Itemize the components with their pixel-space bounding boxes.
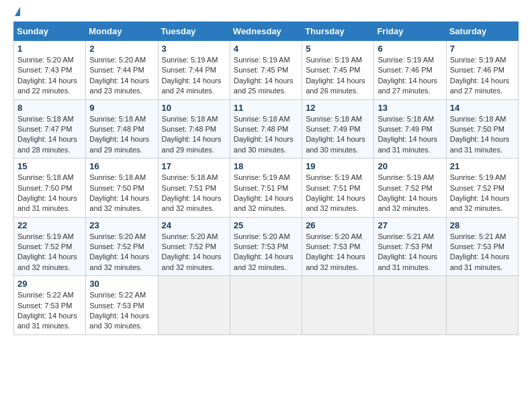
calendar-cell: 12Sunrise: 5:18 AMSunset: 7:49 PMDayligh… — [302, 99, 374, 158]
cell-content: Sunrise: 5:20 AMSunset: 7:53 PMDaylight:… — [306, 232, 370, 273]
day-number: 16 — [89, 161, 154, 171]
column-header-tuesday: Tuesday — [158, 22, 230, 41]
cell-content: Sunrise: 5:18 AMSunset: 7:51 PMDaylight:… — [162, 173, 226, 214]
calendar-cell: 17Sunrise: 5:18 AMSunset: 7:51 PMDayligh… — [158, 158, 230, 218]
cell-content: Sunrise: 5:18 AMSunset: 7:47 PMDaylight:… — [17, 114, 82, 156]
cell-content: Sunrise: 5:19 AMSunset: 7:45 PMDaylight:… — [306, 55, 370, 97]
calendar-cell: 6Sunrise: 5:19 AMSunset: 7:46 PMDaylight… — [374, 41, 446, 100]
day-number: 18 — [234, 161, 298, 171]
calendar-cell: 7Sunrise: 5:19 AMSunset: 7:46 PMDaylight… — [446, 41, 518, 100]
column-header-monday: Monday — [86, 22, 158, 41]
column-header-sunday: Sunday — [14, 22, 86, 41]
calendar-cell: 4Sunrise: 5:19 AMSunset: 7:45 PMDaylight… — [230, 41, 302, 100]
cell-content: Sunrise: 5:19 AMSunset: 7:52 PMDaylight:… — [450, 173, 515, 214]
calendar-cell: 10Sunrise: 5:18 AMSunset: 7:48 PMDayligh… — [158, 99, 230, 158]
calendar-cell: 20Sunrise: 5:19 AMSunset: 7:52 PMDayligh… — [374, 158, 446, 218]
cell-content: Sunrise: 5:20 AMSunset: 7:53 PMDaylight:… — [234, 232, 298, 273]
day-number: 1 — [17, 44, 82, 54]
calendar-cell: 13Sunrise: 5:18 AMSunset: 7:49 PMDayligh… — [374, 99, 446, 158]
cell-content: Sunrise: 5:20 AMSunset: 7:44 PMDaylight:… — [89, 55, 154, 97]
day-number: 21 — [450, 161, 515, 171]
day-number: 24 — [162, 220, 226, 230]
cell-content: Sunrise: 5:18 AMSunset: 7:49 PMDaylight:… — [378, 114, 442, 156]
calendar-cell: 28Sunrise: 5:21 AMSunset: 7:53 PMDayligh… — [446, 217, 518, 276]
header — [13, 7, 519, 16]
day-number: 13 — [378, 103, 442, 113]
calendar-cell: 22Sunrise: 5:19 AMSunset: 7:52 PMDayligh… — [14, 217, 86, 276]
day-number: 15 — [17, 161, 82, 171]
day-number: 20 — [378, 161, 442, 171]
calendar-cell: 27Sunrise: 5:21 AMSunset: 7:53 PMDayligh… — [374, 217, 446, 276]
calendar-cell: 21Sunrise: 5:19 AMSunset: 7:52 PMDayligh… — [446, 158, 518, 218]
day-number: 17 — [162, 161, 226, 171]
cell-content: Sunrise: 5:18 AMSunset: 7:50 PMDaylight:… — [450, 114, 515, 156]
calendar-cell: 1Sunrise: 5:20 AMSunset: 7:43 PMDaylight… — [14, 41, 86, 100]
calendar-cell: 15Sunrise: 5:18 AMSunset: 7:50 PMDayligh… — [14, 158, 86, 218]
day-number: 22 — [17, 220, 82, 230]
calendar-cell: 14Sunrise: 5:18 AMSunset: 7:50 PMDayligh… — [446, 99, 518, 158]
calendar-cell: 19Sunrise: 5:19 AMSunset: 7:51 PMDayligh… — [302, 158, 374, 218]
day-number: 8 — [17, 103, 82, 113]
day-number: 3 — [162, 44, 226, 54]
calendar-cell: 16Sunrise: 5:18 AMSunset: 7:50 PMDayligh… — [86, 158, 158, 218]
day-number: 29 — [17, 279, 82, 289]
day-number: 5 — [306, 44, 370, 54]
calendar-cell: 30Sunrise: 5:22 AMSunset: 7:53 PMDayligh… — [86, 276, 158, 335]
cell-content: Sunrise: 5:18 AMSunset: 7:48 PMDaylight:… — [234, 114, 298, 156]
column-header-thursday: Thursday — [302, 22, 374, 41]
day-number: 27 — [378, 220, 442, 230]
logo-triangle-icon — [15, 7, 20, 16]
cell-content: Sunrise: 5:19 AMSunset: 7:51 PMDaylight:… — [306, 173, 370, 214]
column-header-saturday: Saturday — [446, 22, 518, 41]
calendar-cell: 8Sunrise: 5:18 AMSunset: 7:47 PMDaylight… — [14, 99, 86, 158]
logo — [13, 7, 20, 16]
day-number: 23 — [89, 220, 154, 230]
calendar-table: SundayMondayTuesdayWednesdayThursdayFrid… — [13, 21, 519, 335]
calendar-cell: 23Sunrise: 5:20 AMSunset: 7:52 PMDayligh… — [86, 217, 158, 276]
calendar-week-row: 15Sunrise: 5:18 AMSunset: 7:50 PMDayligh… — [14, 158, 519, 218]
cell-content: Sunrise: 5:18 AMSunset: 7:49 PMDaylight:… — [306, 114, 370, 156]
cell-content: Sunrise: 5:19 AMSunset: 7:46 PMDaylight:… — [450, 55, 515, 97]
cell-content: Sunrise: 5:22 AMSunset: 7:53 PMDaylight:… — [89, 290, 154, 332]
day-number: 12 — [306, 103, 370, 113]
day-number: 2 — [89, 44, 154, 54]
day-number: 4 — [234, 44, 298, 54]
calendar-cell — [446, 276, 518, 335]
calendar-cell — [230, 276, 302, 335]
calendar-cell — [302, 276, 374, 335]
cell-content: Sunrise: 5:20 AMSunset: 7:52 PMDaylight:… — [89, 232, 154, 273]
calendar-cell — [158, 276, 230, 335]
calendar-cell: 11Sunrise: 5:18 AMSunset: 7:48 PMDayligh… — [230, 99, 302, 158]
calendar-cell: 29Sunrise: 5:22 AMSunset: 7:53 PMDayligh… — [14, 276, 86, 335]
cell-content: Sunrise: 5:19 AMSunset: 7:44 PMDaylight:… — [162, 55, 226, 97]
day-number: 19 — [306, 161, 370, 171]
cell-content: Sunrise: 5:19 AMSunset: 7:52 PMDaylight:… — [17, 232, 82, 273]
cell-content: Sunrise: 5:18 AMSunset: 7:48 PMDaylight:… — [162, 114, 226, 156]
calendar-week-row: 1Sunrise: 5:20 AMSunset: 7:43 PMDaylight… — [14, 41, 519, 100]
calendar-week-row: 29Sunrise: 5:22 AMSunset: 7:53 PMDayligh… — [14, 276, 519, 335]
cell-content: Sunrise: 5:18 AMSunset: 7:50 PMDaylight:… — [17, 173, 82, 214]
cell-content: Sunrise: 5:21 AMSunset: 7:53 PMDaylight:… — [378, 232, 442, 273]
calendar-cell: 2Sunrise: 5:20 AMSunset: 7:44 PMDaylight… — [86, 41, 158, 100]
cell-content: Sunrise: 5:19 AMSunset: 7:45 PMDaylight:… — [234, 55, 298, 97]
calendar-cell — [374, 276, 446, 335]
cell-content: Sunrise: 5:20 AMSunset: 7:52 PMDaylight:… — [162, 232, 226, 273]
calendar-cell: 25Sunrise: 5:20 AMSunset: 7:53 PMDayligh… — [230, 217, 302, 276]
day-number: 30 — [89, 279, 154, 289]
cell-content: Sunrise: 5:20 AMSunset: 7:43 PMDaylight:… — [17, 55, 82, 97]
column-header-wednesday: Wednesday — [230, 22, 302, 41]
day-number: 6 — [378, 44, 442, 54]
calendar-week-row: 8Sunrise: 5:18 AMSunset: 7:47 PMDaylight… — [14, 99, 519, 158]
calendar-week-row: 22Sunrise: 5:19 AMSunset: 7:52 PMDayligh… — [14, 217, 519, 276]
day-number: 26 — [306, 220, 370, 230]
calendar-cell: 3Sunrise: 5:19 AMSunset: 7:44 PMDaylight… — [158, 41, 230, 100]
calendar-cell: 5Sunrise: 5:19 AMSunset: 7:45 PMDaylight… — [302, 41, 374, 100]
day-number: 25 — [234, 220, 298, 230]
header-row: SundayMondayTuesdayWednesdayThursdayFrid… — [14, 22, 519, 41]
cell-content: Sunrise: 5:18 AMSunset: 7:50 PMDaylight:… — [89, 173, 154, 214]
cell-content: Sunrise: 5:19 AMSunset: 7:46 PMDaylight:… — [378, 55, 442, 97]
day-number: 7 — [450, 44, 515, 54]
day-number: 28 — [450, 220, 515, 230]
cell-content: Sunrise: 5:19 AMSunset: 7:51 PMDaylight:… — [234, 173, 298, 214]
day-number: 10 — [162, 103, 226, 113]
